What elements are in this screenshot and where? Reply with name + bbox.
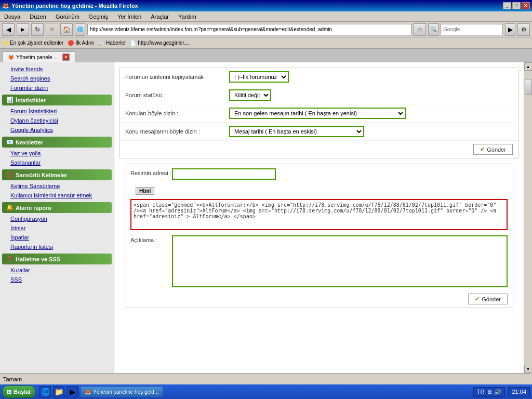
tab-close-button[interactable]: ✕ <box>62 54 70 61</box>
resim-url-input[interactable] <box>172 168 276 180</box>
bookmark-most-visited[interactable]: ⭐ En çok ziyaret edilenler <box>2 40 63 46</box>
back-button[interactable]: ◀ <box>2 23 15 36</box>
bell-icon: 🔔 <box>6 204 14 211</box>
address-bar: 🌐 ☆ 🔍 ▶ <box>75 23 515 36</box>
address-input[interactable] <box>87 24 411 35</box>
sidebar-istatistikler-header[interactable]: 📊 İstatistikler <box>2 95 112 105</box>
sidebar-item-raporlar[interactable]: Raporların listesi <box>0 242 114 251</box>
active-tab[interactable]: 🦊 Yönetim panele ... ✕ <box>2 51 75 62</box>
sidebar-item-google-analytics[interactable]: Google Analytics <box>0 125 114 135</box>
scroll-up[interactable]: ▲ <box>524 62 533 71</box>
status-text: Tamam <box>3 376 22 382</box>
select-mesajlar[interactable]: Mesaj tarihi ( En başta en eskisi) <box>229 126 364 137</box>
reload-button[interactable]: ↻ <box>31 23 44 36</box>
sidebar-sss-header[interactable]: ❓ Halletme ve SSS <box>2 254 112 264</box>
menu-araclar[interactable]: Araçlar <box>149 12 171 21</box>
question-icon: ❓ <box>6 256 14 262</box>
windows-icon: ⊞ <box>7 389 11 395</box>
menu-gecmis[interactable]: Geçmiş <box>87 12 110 21</box>
form-row-mesajlar: Konu mesajlarını böyle dizin : Mesaj tar… <box>120 123 518 141</box>
search-go-button[interactable]: ▶ <box>505 23 515 36</box>
bookmark-ilk-adim[interactable]: 🔴 İlk Adım <box>68 40 94 46</box>
select-izinler[interactable]: | |--İlk forumunuz <box>229 71 289 83</box>
menu-dosya[interactable]: Dosya <box>2 12 22 21</box>
form-row-izinler: Forumun izinlerini kopiyalamak : | |--İl… <box>120 68 518 86</box>
status-bar: Tamam <box>0 373 532 384</box>
clock: 21:04 <box>508 387 530 396</box>
navigation-bar: ◀ ▶ ↻ ✕ 🏠 🌐 ☆ 🔍 ▶ ⚙ <box>0 22 532 37</box>
close-button[interactable]: ✕ <box>522 2 530 9</box>
sidebar-item-ispatlar[interactable]: İspatlar <box>0 233 114 242</box>
gonder-button-2[interactable]: ✔ Gönder <box>468 294 508 304</box>
start-button[interactable]: ⊞ Başlat <box>2 385 35 398</box>
bookmark-star[interactable]: ☆ <box>414 23 426 36</box>
scroll-down[interactable]: ▼ <box>524 365 533 373</box>
sidebar-item-sss[interactable]: SSS <box>0 275 114 284</box>
chart-icon: 📊 <box>6 97 14 103</box>
sidebar-item-kullanici-sansur[interactable]: Kullanıcı isimlerini sansür etmek <box>0 191 114 200</box>
control-izinler: | |--İlk forumunuz <box>229 71 289 83</box>
page-content: Forumun izinlerini kopiyalamak : | |--İl… <box>114 62 524 373</box>
sidebar: Invite friends Search engines Forumlar d… <box>0 62 114 373</box>
sidebar-item-forum-istatistikleri[interactable]: Forum İstatistikleri <box>0 107 114 116</box>
resim-label: Resimin adresi : <box>130 168 172 176</box>
language-indicator: TR <box>477 389 485 395</box>
html-label-container: Html <box>125 184 513 197</box>
red-circle-icon: 🔴 <box>68 40 74 46</box>
sidebar-item-saklananlar[interactable]: Saklananlar <box>0 158 114 167</box>
taskbar-icon-ie[interactable]: 🌐 <box>39 386 51 397</box>
menu-duzen[interactable]: Düzen <box>28 12 48 21</box>
sidebar-item-forumlar-dizini[interactable]: Forumlar dizini <box>0 83 114 92</box>
sidebar-item-kelime-sansur[interactable]: Kelime Sansürleme <box>0 181 114 191</box>
sidebar-section-sansur: 🚫 Sansürlü Kelimeler Kelime Sansürleme K… <box>0 169 114 200</box>
image-section: Resimin adresi : Html <span class="genme… <box>125 164 513 308</box>
forward-button[interactable]: ▶ <box>17 23 29 36</box>
taskbar-icon-arrow[interactable]: ▶ <box>66 386 78 397</box>
resim-row: Resimin adresi : <box>125 164 513 184</box>
email-icon: 📧 <box>6 139 14 145</box>
minimize-button[interactable]: _ <box>503 2 511 9</box>
sidebar-item-configurasyon[interactable]: Configürasyon <box>0 214 114 223</box>
taskbar-window-firefox[interactable]: 🦊 Yönetim paneline hoş geld... <box>80 386 163 397</box>
speaker-icon: 🔊 <box>494 389 501 395</box>
sidebar-item-kurallar[interactable]: Kurallar <box>0 265 114 275</box>
gonder-button-1[interactable]: ✔ Gönder <box>473 144 513 155</box>
scroll-thumb[interactable] <box>525 79 532 95</box>
home-button[interactable]: 🏠 <box>60 23 73 36</box>
sidebar-item-oylar[interactable]: Oyların özetleyicisi <box>0 116 114 125</box>
newspaper-icon: 📰 <box>98 40 104 46</box>
search-input[interactable] <box>441 24 503 35</box>
bookmark-haberler[interactable]: 📰 Haberler <box>98 40 126 46</box>
aciklama-row: Açıklama : <box>125 232 513 290</box>
html-editor[interactable]: <span class="genmed"><b>Altforumlar:</b>… <box>130 199 508 230</box>
aciklama-textarea[interactable] <box>172 235 508 287</box>
settings-icon[interactable]: ⚙ <box>517 23 530 36</box>
label-status: Forum statüsü : <box>125 92 229 98</box>
menu-yer-imleri[interactable]: Yer İmleri <box>115 12 143 21</box>
maximize-button[interactable]: □ <box>512 2 521 9</box>
image-btn-row: ✔ Gönder <box>125 290 513 308</box>
bookmark-gezginler[interactable]: 📄 http://www.gezginler.... <box>130 40 190 46</box>
menu-gorunum[interactable]: Görünüm <box>54 12 82 21</box>
aciklama-label: Açıklama : <box>130 235 172 243</box>
control-mesajlar: Mesaj tarihi ( En başta en eskisi) <box>229 126 364 137</box>
select-status[interactable]: Kilitli değil <box>229 89 271 101</box>
sidebar-nexsletter-header[interactable]: 📧 Nexsletter <box>2 137 112 148</box>
sidebar-item-izinler[interactable]: İzinler <box>0 223 114 233</box>
sidebar-item-search-engines[interactable]: Search engines <box>0 74 114 83</box>
scroll-bar: ▲ ▼ <box>524 62 532 373</box>
html-label: Html <box>136 187 154 195</box>
menu-bar: Dosya Düzen Görünüm Geçmiş Yer İmleri Ar… <box>0 11 532 22</box>
menu-yardim[interactable]: Yardım <box>176 12 198 21</box>
form-row-status: Forum statüsü : Kilitli değil <box>120 86 518 104</box>
taskbar-icon-folder[interactable]: 📁 <box>53 386 64 397</box>
sidebar-sansur-header[interactable]: 🚫 Sansürlü Kelimeler <box>2 169 112 180</box>
page-icon-bm: 📄 <box>130 40 136 46</box>
select-konular[interactable]: En son gelen mesajın tarihi ( En başta e… <box>229 108 406 119</box>
sidebar-alarm-header[interactable]: 🔔 Alarm raporu <box>2 202 112 213</box>
sidebar-item-invite-friends[interactable]: Invite friends <box>0 64 114 74</box>
taskbar-right: TR 🖥 🔊 21:04 <box>473 387 530 397</box>
sidebar-item-yaz-yolla[interactable]: Yaz ve yolla <box>0 149 114 158</box>
stop-button[interactable]: ✕ <box>46 23 58 36</box>
sidebar-section-istatistikler: 📊 İstatistikler Forum İstatistikleri Oyl… <box>0 95 114 135</box>
